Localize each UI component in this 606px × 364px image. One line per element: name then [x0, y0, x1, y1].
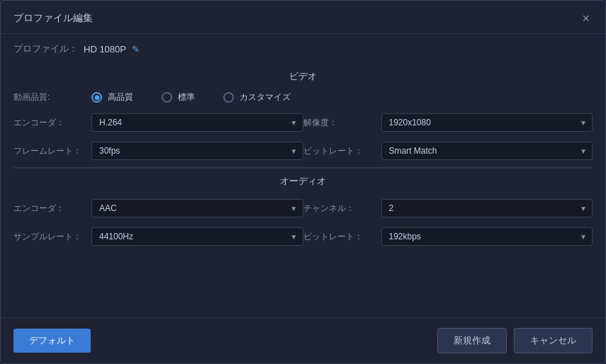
encoder-col: エンコーダ： H.264 H.265 MPEG-4 ▼ [13, 113, 303, 132]
quality-standard-radio[interactable] [162, 92, 172, 103]
resolution-select-wrapper: 1920x1080 1280x720 854x480 ▼ [381, 113, 593, 132]
samplerate-bitrate-row: サンプルレート： 44100Hz 48000Hz 22050Hz ▼ ビットレー… [13, 227, 593, 246]
audio-section-title: オーディオ [280, 176, 326, 186]
quality-custom-radio[interactable] [223, 92, 234, 103]
resolution-col: 解像度： 1920x1080 1280x720 854x480 ▼ [303, 113, 593, 132]
framerate-select[interactable]: 30fps 60fps 24fps 25fps [91, 142, 303, 160]
video-bitrate-col: ビットレート： Smart Match 4000kbps 8000kbps 16… [303, 142, 593, 160]
encoder-select[interactable]: H.264 H.265 MPEG-4 [91, 113, 303, 132]
audio-encoder-label: エンコーダ： [13, 203, 91, 215]
channel-col: チャンネル： 2 1 6 ▼ [303, 199, 593, 217]
encoder-resolution-row: エンコーダ： H.264 H.265 MPEG-4 ▼ 解像度： 1920x10… [13, 113, 593, 132]
channel-select[interactable]: 2 1 6 [381, 199, 593, 217]
audio-bitrate-select[interactable]: 192kbps 128kbps 256kbps 320kbps [381, 227, 593, 246]
edit-profile-icon[interactable]: ✎ [132, 44, 140, 55]
audio-bitrate-select-wrapper: 192kbps 128kbps 256kbps 320kbps ▼ [381, 227, 593, 246]
quality-label: 動画品質: [13, 91, 91, 103]
audio-encoder-channel-row: エンコーダ： AAC MP3 OGG ▼ チャンネル： 2 1 6 [13, 199, 593, 217]
video-bitrate-label: ビットレート： [303, 145, 381, 157]
audio-section-title-wrapper: オーディオ [13, 168, 593, 196]
audio-encoder-select[interactable]: AAC MP3 OGG [91, 199, 303, 217]
channel-label: チャンネル： [303, 203, 381, 215]
profile-row: プロファイル： HD 1080P ✎ [1, 34, 605, 64]
profile-value: HD 1080P [84, 44, 126, 55]
audio-section: エンコーダ： AAC MP3 OGG ▼ チャンネル： 2 1 6 [13, 196, 593, 253]
framerate-label: フレームレート： [13, 145, 91, 157]
samplerate-col: サンプルレート： 44100Hz 48000Hz 22050Hz ▼ [13, 227, 303, 246]
video-section-title-wrapper: ビデオ [1, 64, 605, 91]
video-section: 動画品質: 高品質 標準 カスタマイズ エンコーダ： [13, 91, 593, 168]
quality-row: 動画品質: 高品質 標準 カスタマイズ [13, 91, 593, 103]
footer-right-buttons: 新規作成 キャンセル [437, 328, 593, 353]
framerate-bitrate-row: フレームレート： 30fps 60fps 24fps 25fps ▼ ビットレー… [13, 142, 593, 160]
quality-high-radio[interactable] [91, 92, 102, 103]
quality-custom-option[interactable]: カスタマイズ [223, 91, 291, 103]
profile-edit-dialog: プロファイル編集 × プロファイル： HD 1080P ✎ ビデオ 動画品質: … [0, 0, 606, 364]
title-bar: プロファイル編集 × [1, 1, 605, 34]
quality-custom-label: カスタマイズ [240, 91, 291, 103]
quality-high-label: 高品質 [108, 91, 133, 103]
dialog-title: プロファイル編集 [13, 12, 93, 25]
video-bitrate-select[interactable]: Smart Match 4000kbps 8000kbps 16000kbps [381, 142, 593, 160]
close-button[interactable]: × [579, 11, 593, 26]
audio-bitrate-label: ビットレート： [303, 231, 381, 243]
encoder-select-wrapper: H.264 H.265 MPEG-4 ▼ [91, 113, 303, 132]
quality-standard-option[interactable]: 標準 [162, 91, 195, 103]
profile-label: プロファイル： [13, 42, 78, 55]
video-section-title: ビデオ [289, 71, 317, 81]
audio-encoder-col: エンコーダ： AAC MP3 OGG ▼ [13, 199, 303, 217]
default-button[interactable]: デフォルト [13, 329, 91, 353]
framerate-col: フレームレート： 30fps 60fps 24fps 25fps ▼ [13, 142, 303, 160]
resolution-select[interactable]: 1920x1080 1280x720 854x480 [381, 113, 593, 132]
audio-bitrate-col: ビットレート： 192kbps 128kbps 256kbps 320kbps … [303, 227, 593, 246]
create-button[interactable]: 新規作成 [437, 328, 507, 353]
channel-select-wrapper: 2 1 6 ▼ [381, 199, 593, 217]
samplerate-select-wrapper: 44100Hz 48000Hz 22050Hz ▼ [91, 227, 303, 246]
samplerate-label: サンプルレート： [13, 231, 91, 243]
cancel-button[interactable]: キャンセル [514, 328, 593, 353]
quality-standard-label: 標準 [178, 91, 195, 103]
quality-radio-group: 高品質 標準 カスタマイズ [91, 91, 593, 103]
resolution-label: 解像度： [303, 117, 381, 129]
quality-high-option[interactable]: 高品質 [91, 91, 133, 103]
encoder-label: エンコーダ： [13, 117, 91, 129]
audio-encoder-select-wrapper: AAC MP3 OGG ▼ [91, 199, 303, 217]
framerate-select-wrapper: 30fps 60fps 24fps 25fps ▼ [91, 142, 303, 160]
footer: デフォルト 新規作成 キャンセル [1, 317, 605, 363]
samplerate-select[interactable]: 44100Hz 48000Hz 22050Hz [91, 227, 303, 246]
video-bitrate-select-wrapper: Smart Match 4000kbps 8000kbps 16000kbps … [381, 142, 593, 160]
